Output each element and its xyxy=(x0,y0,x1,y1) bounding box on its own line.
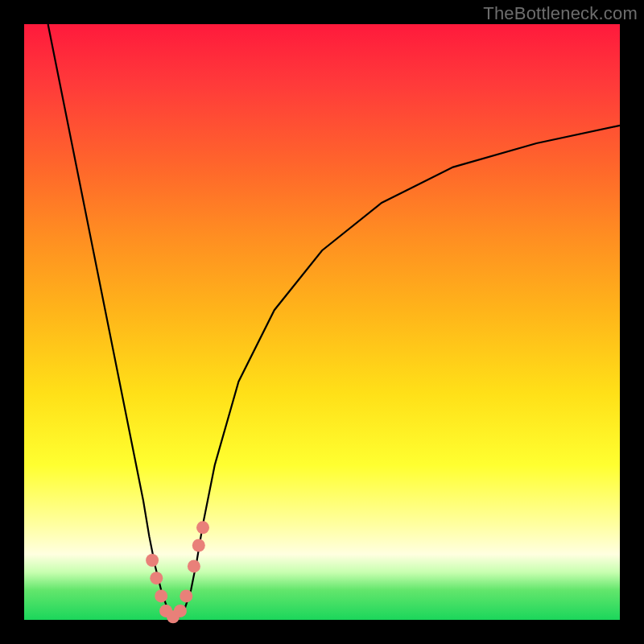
marker-layer xyxy=(146,521,209,623)
data-marker xyxy=(192,539,205,552)
data-marker xyxy=(196,521,209,534)
bottleneck-curve xyxy=(48,24,620,617)
watermark-text: TheBottleneck.com xyxy=(483,3,638,24)
curve-layer xyxy=(24,24,620,620)
data-marker xyxy=(180,589,192,602)
data-marker xyxy=(174,605,187,617)
plot-area xyxy=(24,24,620,620)
chart-frame: TheBottleneck.com xyxy=(0,0,644,644)
data-marker xyxy=(188,559,200,572)
data-marker xyxy=(146,554,159,567)
data-marker xyxy=(155,589,167,602)
data-marker xyxy=(150,572,163,584)
